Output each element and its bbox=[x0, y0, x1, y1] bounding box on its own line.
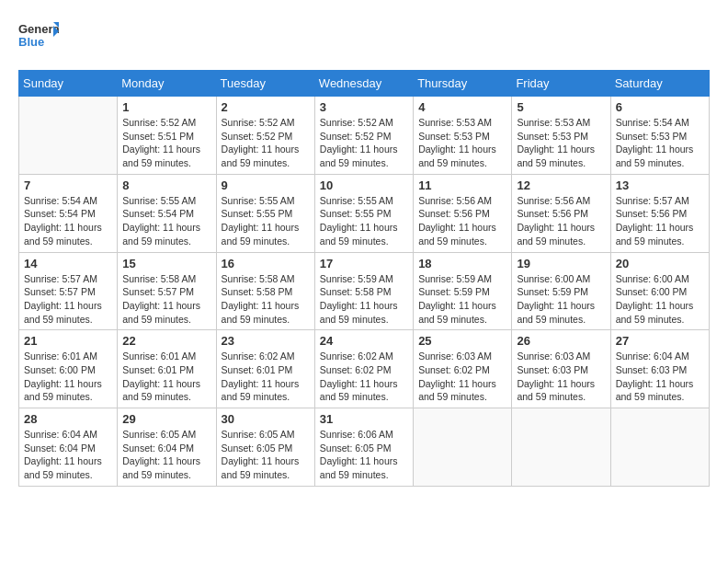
column-header-monday: Monday bbox=[118, 71, 216, 97]
calendar-cell: 26Sunrise: 6:03 AM Sunset: 6:03 PM Dayli… bbox=[512, 330, 610, 408]
calendar-cell: 3Sunrise: 5:52 AM Sunset: 5:52 PM Daylig… bbox=[314, 97, 413, 175]
calendar-cell: 31Sunrise: 6:06 AM Sunset: 6:05 PM Dayli… bbox=[314, 408, 413, 487]
day-info: Sunrise: 6:01 AM Sunset: 6:01 PM Dayligh… bbox=[122, 350, 210, 404]
day-number: 31 bbox=[320, 412, 408, 426]
calendar-cell: 12Sunrise: 5:56 AM Sunset: 5:56 PM Dayli… bbox=[512, 174, 610, 252]
calendar-cell: 22Sunrise: 6:01 AM Sunset: 6:01 PM Dayli… bbox=[118, 330, 216, 408]
day-number: 30 bbox=[222, 412, 310, 426]
day-info: Sunrise: 6:03 AM Sunset: 6:03 PM Dayligh… bbox=[517, 350, 605, 404]
day-number: 9 bbox=[222, 178, 310, 192]
day-info: Sunrise: 5:52 AM Sunset: 5:51 PM Dayligh… bbox=[122, 116, 210, 170]
day-number: 14 bbox=[24, 257, 112, 270]
day-number: 18 bbox=[418, 257, 506, 270]
day-info: Sunrise: 6:05 AM Sunset: 6:05 PM Dayligh… bbox=[222, 428, 310, 482]
column-header-tuesday: Tuesday bbox=[216, 71, 314, 97]
calendar-cell: 24Sunrise: 6:02 AM Sunset: 6:02 PM Dayli… bbox=[314, 330, 413, 408]
day-number: 4 bbox=[418, 100, 506, 114]
calendar-cell: 28Sunrise: 6:04 AM Sunset: 6:04 PM Dayli… bbox=[19, 408, 118, 487]
logo: General Blue bbox=[18, 18, 59, 55]
day-number: 5 bbox=[517, 100, 605, 114]
day-info: Sunrise: 5:53 AM Sunset: 5:53 PM Dayligh… bbox=[517, 116, 605, 170]
column-header-sunday: Sunday bbox=[19, 71, 118, 97]
day-number: 15 bbox=[122, 257, 210, 270]
calendar-cell bbox=[610, 408, 709, 487]
svg-text:Blue: Blue bbox=[18, 35, 44, 49]
day-number: 6 bbox=[616, 100, 704, 114]
calendar-cell: 20Sunrise: 6:00 AM Sunset: 6:00 PM Dayli… bbox=[610, 252, 709, 330]
day-info: Sunrise: 5:56 AM Sunset: 5:56 PM Dayligh… bbox=[517, 194, 605, 248]
day-info: Sunrise: 6:05 AM Sunset: 6:04 PM Dayligh… bbox=[122, 428, 210, 482]
day-info: Sunrise: 6:06 AM Sunset: 6:05 PM Dayligh… bbox=[320, 428, 408, 482]
calendar-table: SundayMondayTuesdayWednesdayThursdayFrid… bbox=[18, 70, 710, 487]
day-number: 26 bbox=[517, 334, 605, 348]
day-number: 22 bbox=[122, 334, 210, 348]
day-info: Sunrise: 5:55 AM Sunset: 5:55 PM Dayligh… bbox=[320, 194, 408, 248]
calendar-week-row: 21Sunrise: 6:01 AM Sunset: 6:00 PM Dayli… bbox=[19, 330, 710, 408]
day-info: Sunrise: 5:59 AM Sunset: 5:59 PM Dayligh… bbox=[418, 272, 506, 327]
day-info: Sunrise: 5:55 AM Sunset: 5:55 PM Dayligh… bbox=[222, 194, 310, 248]
calendar-cell: 11Sunrise: 5:56 AM Sunset: 5:56 PM Dayli… bbox=[414, 174, 512, 252]
calendar-cell: 27Sunrise: 6:04 AM Sunset: 6:03 PM Dayli… bbox=[610, 330, 709, 408]
calendar-cell: 23Sunrise: 6:02 AM Sunset: 6:01 PM Dayli… bbox=[216, 330, 314, 408]
day-info: Sunrise: 6:02 AM Sunset: 6:01 PM Dayligh… bbox=[222, 350, 310, 404]
day-number: 12 bbox=[517, 178, 605, 192]
day-info: Sunrise: 5:52 AM Sunset: 5:52 PM Dayligh… bbox=[320, 116, 408, 170]
day-info: Sunrise: 6:02 AM Sunset: 6:02 PM Dayligh… bbox=[320, 350, 408, 404]
page-header: General Blue bbox=[18, 18, 710, 55]
calendar-week-row: 7Sunrise: 5:54 AM Sunset: 5:54 PM Daylig… bbox=[19, 174, 710, 252]
calendar-cell: 19Sunrise: 6:00 AM Sunset: 5:59 PM Dayli… bbox=[512, 252, 610, 330]
day-info: Sunrise: 5:54 AM Sunset: 5:53 PM Dayligh… bbox=[616, 116, 704, 170]
calendar-cell: 15Sunrise: 5:58 AM Sunset: 5:57 PM Dayli… bbox=[118, 252, 216, 330]
day-info: Sunrise: 6:00 AM Sunset: 5:59 PM Dayligh… bbox=[517, 272, 605, 327]
calendar-cell: 21Sunrise: 6:01 AM Sunset: 6:00 PM Dayli… bbox=[19, 330, 118, 408]
logo-icon: General Blue bbox=[18, 18, 59, 52]
day-info: Sunrise: 6:03 AM Sunset: 6:02 PM Dayligh… bbox=[418, 350, 506, 404]
calendar-cell bbox=[414, 408, 512, 487]
day-number: 27 bbox=[616, 334, 704, 348]
day-info: Sunrise: 5:54 AM Sunset: 5:54 PM Dayligh… bbox=[24, 194, 112, 248]
day-info: Sunrise: 5:58 AM Sunset: 5:57 PM Dayligh… bbox=[122, 272, 210, 327]
day-info: Sunrise: 5:55 AM Sunset: 5:54 PM Dayligh… bbox=[122, 194, 210, 248]
day-number: 29 bbox=[122, 412, 210, 426]
day-number: 7 bbox=[24, 178, 112, 192]
calendar-cell: 16Sunrise: 5:58 AM Sunset: 5:58 PM Dayli… bbox=[216, 252, 314, 330]
calendar-header-row: SundayMondayTuesdayWednesdayThursdayFrid… bbox=[19, 71, 710, 97]
column-header-friday: Friday bbox=[512, 71, 610, 97]
column-header-saturday: Saturday bbox=[610, 71, 709, 97]
day-info: Sunrise: 5:56 AM Sunset: 5:56 PM Dayligh… bbox=[418, 194, 506, 248]
day-info: Sunrise: 6:04 AM Sunset: 6:03 PM Dayligh… bbox=[616, 350, 704, 404]
calendar-cell: 6Sunrise: 5:54 AM Sunset: 5:53 PM Daylig… bbox=[610, 97, 709, 175]
calendar-cell: 25Sunrise: 6:03 AM Sunset: 6:02 PM Dayli… bbox=[414, 330, 512, 408]
day-number: 28 bbox=[24, 412, 112, 426]
day-number: 24 bbox=[320, 334, 408, 348]
calendar-week-row: 14Sunrise: 5:57 AM Sunset: 5:57 PM Dayli… bbox=[19, 252, 710, 330]
calendar-cell: 29Sunrise: 6:05 AM Sunset: 6:04 PM Dayli… bbox=[118, 408, 216, 487]
calendar-cell: 13Sunrise: 5:57 AM Sunset: 5:56 PM Dayli… bbox=[610, 174, 709, 252]
calendar-cell: 7Sunrise: 5:54 AM Sunset: 5:54 PM Daylig… bbox=[19, 174, 118, 252]
calendar-cell bbox=[512, 408, 610, 487]
calendar-cell: 30Sunrise: 6:05 AM Sunset: 6:05 PM Dayli… bbox=[216, 408, 314, 487]
calendar-cell: 8Sunrise: 5:55 AM Sunset: 5:54 PM Daylig… bbox=[118, 174, 216, 252]
day-number: 2 bbox=[222, 100, 310, 114]
calendar-cell bbox=[19, 97, 118, 175]
day-info: Sunrise: 5:59 AM Sunset: 5:58 PM Dayligh… bbox=[320, 272, 408, 327]
calendar-week-row: 28Sunrise: 6:04 AM Sunset: 6:04 PM Dayli… bbox=[19, 408, 710, 487]
day-number: 13 bbox=[616, 178, 704, 192]
calendar-cell: 4Sunrise: 5:53 AM Sunset: 5:53 PM Daylig… bbox=[414, 97, 512, 175]
calendar-cell: 1Sunrise: 5:52 AM Sunset: 5:51 PM Daylig… bbox=[118, 97, 216, 175]
day-info: Sunrise: 5:57 AM Sunset: 5:56 PM Dayligh… bbox=[616, 194, 704, 248]
day-number: 17 bbox=[320, 257, 408, 270]
calendar-cell: 17Sunrise: 5:59 AM Sunset: 5:58 PM Dayli… bbox=[314, 252, 413, 330]
day-info: Sunrise: 5:57 AM Sunset: 5:57 PM Dayligh… bbox=[24, 272, 112, 327]
calendar-cell: 9Sunrise: 5:55 AM Sunset: 5:55 PM Daylig… bbox=[216, 174, 314, 252]
day-number: 3 bbox=[320, 100, 408, 114]
calendar-cell: 18Sunrise: 5:59 AM Sunset: 5:59 PM Dayli… bbox=[414, 252, 512, 330]
day-number: 8 bbox=[122, 178, 210, 192]
day-number: 1 bbox=[122, 100, 210, 114]
calendar-cell: 5Sunrise: 5:53 AM Sunset: 5:53 PM Daylig… bbox=[512, 97, 610, 175]
day-number: 10 bbox=[320, 178, 408, 192]
day-number: 16 bbox=[222, 257, 310, 270]
calendar-cell: 14Sunrise: 5:57 AM Sunset: 5:57 PM Dayli… bbox=[19, 252, 118, 330]
day-number: 20 bbox=[616, 257, 704, 270]
day-number: 21 bbox=[24, 334, 112, 348]
